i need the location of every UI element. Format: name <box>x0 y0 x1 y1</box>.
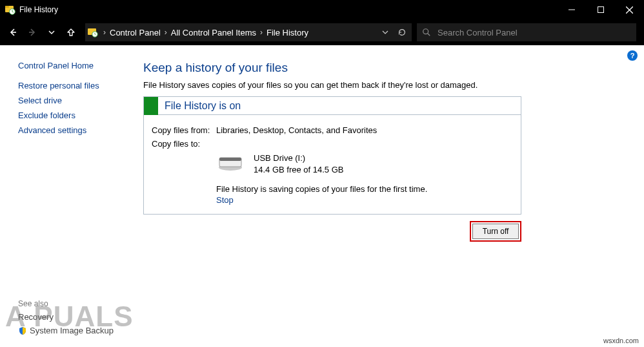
file-history-status-panel: File History is on Copy files from: Libr… <box>143 96 521 215</box>
drive-name: USB Drive (I:) <box>254 152 343 164</box>
see-also-label: System Image Backup <box>30 326 114 335</box>
panel-title: File History is on <box>158 100 241 112</box>
address-history-dropdown[interactable] <box>377 24 394 41</box>
maximize-button[interactable] <box>586 0 615 19</box>
window-title: File History <box>19 5 58 14</box>
main-panel: Keep a history of your files File Histor… <box>136 45 644 347</box>
breadcrumb-item[interactable]: Control Panel <box>108 28 162 37</box>
sidebar-task-advanced[interactable]: Advanced settings <box>18 125 128 135</box>
chevron-right-icon[interactable]: › <box>257 28 265 37</box>
breadcrumb-item[interactable]: File History <box>265 28 310 37</box>
navigation-bar: › Control Panel › All Control Panel Item… <box>0 19 644 45</box>
see-also-recovery[interactable]: Recovery <box>18 312 128 322</box>
svg-line-5 <box>626 6 633 14</box>
status-on-indicator-icon <box>144 97 158 115</box>
see-also-heading: See also <box>18 299 128 308</box>
sidebar: Control Panel Home Restore personal file… <box>0 45 136 347</box>
svg-rect-1 <box>5 6 9 8</box>
copy-to-label: Copy files to: <box>152 139 216 149</box>
file-history-location-icon <box>88 27 98 37</box>
minimize-button[interactable] <box>557 0 586 19</box>
drive-free-space: 14.4 GB free of 14.5 GB <box>254 164 343 176</box>
window-titlebar: File History <box>0 0 644 19</box>
chevron-right-icon[interactable]: › <box>101 28 108 37</box>
close-button[interactable] <box>615 0 644 19</box>
refresh-button[interactable] <box>394 24 410 41</box>
sidebar-task-restore[interactable]: Restore personal files <box>18 81 128 90</box>
forward-button[interactable] <box>23 23 41 41</box>
svg-point-11 <box>423 29 428 34</box>
see-also-label: Recovery <box>18 312 54 322</box>
panel-header: File History is on <box>144 97 521 115</box>
recent-locations-dropdown[interactable] <box>43 23 61 41</box>
up-button[interactable] <box>62 23 80 41</box>
search-input[interactable] <box>438 28 631 37</box>
content-area: ? Control Panel Home Restore personal fi… <box>0 45 644 347</box>
copy-from-value: Libraries, Desktop, Contacts, and Favori… <box>216 125 513 135</box>
sidebar-task-select-drive[interactable]: Select drive <box>18 96 128 105</box>
control-panel-home-link[interactable]: Control Panel Home <box>18 61 128 70</box>
page-subtitle: File History saves copies of your files … <box>143 80 625 90</box>
sidebar-task-exclude[interactable]: Exclude folders <box>18 110 128 120</box>
breadcrumb-item[interactable]: All Control Panel Items <box>170 28 257 37</box>
page-heading: Keep a history of your files <box>143 61 625 75</box>
search-box[interactable] <box>417 23 636 41</box>
annotation-highlight: Turn off <box>470 221 521 242</box>
svg-rect-15 <box>219 158 241 161</box>
see-also-system-image-backup[interactable]: System Image Backup <box>18 326 128 335</box>
turn-off-button[interactable]: Turn off <box>472 224 519 239</box>
stop-link[interactable]: Stop <box>216 195 234 205</box>
back-button[interactable] <box>4 23 22 41</box>
svg-line-6 <box>626 6 633 14</box>
chevron-right-icon[interactable]: › <box>162 28 170 37</box>
usb-drive-icon <box>216 152 245 172</box>
backup-status-text: File History is saving copies of your fi… <box>216 184 513 194</box>
address-bar[interactable]: › Control Panel › All Control Panel Item… <box>85 23 412 41</box>
shield-icon <box>18 326 27 335</box>
file-history-app-icon <box>5 5 15 15</box>
svg-rect-4 <box>598 7 603 13</box>
svg-line-12 <box>428 34 430 36</box>
copy-from-label: Copy files from: <box>152 125 216 135</box>
search-icon <box>422 28 431 37</box>
credit-text: wsxdn.com <box>603 337 639 344</box>
